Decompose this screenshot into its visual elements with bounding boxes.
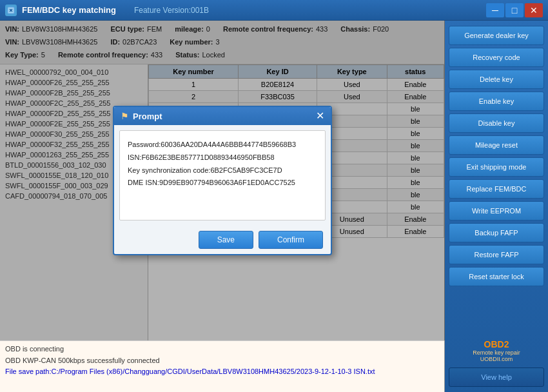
- modal-body: Password:60036AA20DA4A4A6BBB44774B59668B…: [119, 130, 326, 220]
- modal-header: ⚑ Prompt ✕: [114, 107, 331, 125]
- close-button[interactable]: ✕: [525, 3, 543, 17]
- modal-title: Prompt: [133, 112, 162, 121]
- sidebar-btn-exit-shipping-mode[interactable]: Exit shipping mode: [449, 157, 544, 177]
- modal-content-line: DME ISN:9D99EB907794B96063A6F1ED0ACC7525: [128, 177, 317, 190]
- logo-sub1: Remote key repair: [451, 349, 542, 356]
- sidebar-btn-replace-fem-bdc[interactable]: Replace FEM/BDC: [449, 179, 544, 199]
- sidebar-spacer: [449, 289, 544, 334]
- modal-content-line: ISN:F6B62E3BE857771D08893446950FBB58: [128, 152, 317, 164]
- title-bar: FEM/BDC key matching Feature Version:001…: [0, 0, 548, 21]
- confirm-button[interactable]: Confirm: [259, 231, 323, 249]
- log-panel: OBD is connectingOBD KWP-CAN 500kbps suc…: [0, 340, 444, 392]
- sidebar-btn-enable-key[interactable]: Enable key: [449, 92, 544, 111]
- right-sidebar: Generate dealer keyRecovery codeDelete k…: [445, 21, 548, 392]
- logo-sub2: UOBDII.com: [451, 356, 542, 362]
- sidebar-btn-backup-fafp[interactable]: Backup FAFP: [449, 223, 544, 242]
- maximize-button[interactable]: □: [505, 3, 524, 17]
- logo-text: OBD2: [451, 339, 542, 349]
- sidebar-btn-reset-starter-lock[interactable]: Reset starter lock: [449, 267, 544, 286]
- save-button[interactable]: Save: [199, 231, 253, 249]
- app-title: FEM/BDC key matching: [22, 5, 116, 15]
- modal-icon: ⚑: [121, 111, 129, 121]
- log-line: OBD KWP-CAN 500kbps successfully connect…: [5, 355, 439, 367]
- modal-content-line: Key synchronization code:6B2FC5AB9FC3CE7…: [128, 164, 317, 177]
- feature-version: Feature Version:001B: [134, 6, 209, 15]
- modal-content-line: Password:60036AA20DA4A4A6BBB44774B59668B…: [128, 139, 317, 152]
- sidebar-btn-mileage-reset[interactable]: Mileage reset: [449, 135, 544, 155]
- sidebar-btn-delete-key[interactable]: Delete key: [449, 70, 544, 89]
- view-help-button[interactable]: View help: [449, 368, 544, 387]
- log-line: OBD is connecting: [5, 344, 439, 355]
- sidebar-btn-recovery-code[interactable]: Recovery code: [449, 48, 544, 67]
- sidebar-btn-disable-key[interactable]: Disable key: [449, 113, 544, 133]
- modal-footer: Save Confirm: [114, 226, 331, 254]
- minimize-button[interactable]: ─: [486, 3, 504, 17]
- log-line: File save path:C:/Program Files (x86)/Ch…: [5, 366, 439, 378]
- sidebar-btn-restore-fafp[interactable]: Restore FAFP: [449, 245, 544, 264]
- sidebar-btn-generate-dealer-key[interactable]: Generate dealer key: [449, 26, 544, 45]
- modal-close-button[interactable]: ✕: [316, 111, 324, 121]
- modal-overlay: ⚑ Prompt ✕ Password:60036AA20DA4A4A6BBB4…: [0, 21, 445, 340]
- sidebar-btn-write-eeprom[interactable]: Write EEPROM: [449, 201, 544, 220]
- app-icon: [5, 5, 17, 16]
- prompt-modal: ⚑ Prompt ✕ Password:60036AA20DA4A4A6BBB4…: [113, 106, 332, 255]
- sidebar-logo: OBD2 Remote key repair UOBDII.com: [449, 337, 544, 365]
